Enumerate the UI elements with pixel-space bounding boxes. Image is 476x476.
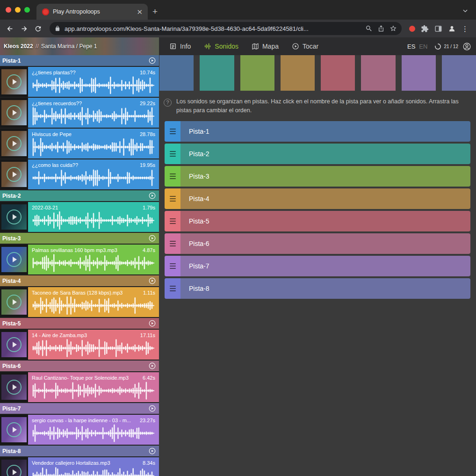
track-header[interactable]: Pista-4 [0,275,159,286]
new-tab-button[interactable]: + [148,7,163,20]
sound-waveform[interactable] [32,424,155,442]
sound-row[interactable]: Hiviscus de Pepe28.78s [0,129,159,159]
reload-icon[interactable] [32,22,44,35]
sound-waveform[interactable] [32,138,155,156]
track-header[interactable]: Pista-7 [0,403,159,414]
browser-tab[interactable]: Play Antropoloops ✕ [36,4,148,20]
extensions-puzzle-icon[interactable] [421,25,429,33]
bookmark-star-icon[interactable] [389,25,397,32]
lang-es[interactable]: ES [407,43,415,50]
account-icon[interactable] [462,42,471,51]
thumbnail-play-icon[interactable] [1,100,27,125]
thumbnail-play-icon[interactable] [1,460,27,476]
sound-row[interactable]: Vendedor callejero Hortalizas.mp38.34s [0,457,159,476]
macos-fullscreen-button[interactable] [24,7,30,13]
tab-search-chevron-icon[interactable] [462,7,476,20]
track-play-button-icon[interactable] [149,277,156,284]
track-header[interactable]: Pista-6 [0,361,159,371]
track-header[interactable]: Pista-1 [0,55,159,66]
track-color-swatch[interactable] [402,55,436,91]
track-bar[interactable]: Pista-6 [165,233,470,254]
sound-row[interactable]: Palmas sevillanas 160 bpm mp3.mp34.87s [0,245,159,274]
lock-icon[interactable] [54,25,61,32]
thumbnail-play-icon[interactable] [1,162,27,187]
track-color-swatch[interactable] [200,55,234,91]
track-play-button-icon[interactable] [149,320,156,327]
sound-row[interactable]: ¿¿tienes recuerdos??29.22s [0,98,159,128]
thumbnail-play-icon[interactable] [1,332,27,357]
track-color-swatch[interactable] [361,55,395,91]
sound-row[interactable]: ¿¿tienes plantas??10.74s [0,67,159,97]
tab-info[interactable]: Info [169,43,191,50]
track-color-swatch[interactable] [321,55,355,91]
drag-handle-icon[interactable] [165,188,180,209]
sound-row[interactable]: Taconeo de Sara Baras (128 kbps).mp31.11… [0,287,159,317]
track-play-button-icon[interactable] [149,447,156,454]
url-text[interactable]: app.antropoloops.com/Kleos-Santa-Marina/… [65,25,361,32]
sound-waveform[interactable] [32,296,155,315]
sound-waveform[interactable] [32,169,155,187]
sound-waveform[interactable] [32,382,155,400]
sound-waveform[interactable] [32,107,155,125]
track-header[interactable]: Pista-8 [0,446,159,456]
thumbnail-play-icon[interactable] [1,417,27,442]
drag-handle-icon[interactable] [165,211,180,231]
sound-waveform[interactable] [32,76,155,94]
tab-tocar[interactable]: Tocar [292,43,318,50]
thumbnail-play-icon[interactable] [1,204,27,230]
sound-row[interactable]: ¿¿como las cuida??19.95s [0,159,159,189]
track-bar[interactable]: Pista-5 [165,211,470,231]
macos-close-button[interactable] [6,7,11,13]
sound-waveform[interactable] [32,211,155,230]
sound-waveform[interactable] [32,339,155,357]
thumbnail-play-icon[interactable] [1,131,27,156]
breadcrumb-project-link[interactable]: Kleos 2022 [4,43,33,50]
help-question-icon[interactable]: ? [164,99,172,107]
thumbnail-play-icon[interactable] [1,69,27,94]
tab-close-icon[interactable]: ✕ [135,8,144,15]
lang-en[interactable]: EN [419,43,427,50]
drag-handle-icon[interactable] [165,144,180,164]
track-header[interactable]: Pista-2 [0,190,159,201]
track-bar[interactable]: Pista-8 [165,278,470,299]
track-bar[interactable]: Pista-1 [165,121,470,142]
drag-handle-icon[interactable] [165,278,180,299]
browser-menu-kebab-icon[interactable]: ⋮ [462,25,469,32]
track-play-button-icon[interactable] [149,57,156,64]
track-play-button-icon[interactable] [149,405,156,412]
back-icon[interactable] [4,22,16,35]
track-play-button-icon[interactable] [149,235,156,242]
breadcrumb-session-link[interactable]: Santa Marina / Pepe 1 [41,43,97,50]
tab-sonidos[interactable]: Sonidos [204,43,238,50]
sound-row[interactable]: sergio cuevas - la harpe indienne - 03 -… [0,415,159,445]
sound-waveform[interactable] [32,467,155,476]
track-bar[interactable]: Pista-2 [165,144,470,164]
thumbnail-play-icon[interactable] [1,289,27,315]
track-color-swatch[interactable] [240,55,274,91]
track-play-button-icon[interactable] [149,192,156,199]
thumbnail-play-icon[interactable] [1,247,27,272]
drag-handle-icon[interactable] [165,121,180,142]
track-bar[interactable]: Pista-7 [165,256,470,276]
sound-row[interactable]: 2022-03-211.79s [0,202,159,232]
sound-waveform[interactable] [32,254,155,272]
macos-minimize-button[interactable] [15,7,21,13]
drag-handle-icon[interactable] [165,233,180,254]
tab-mapa[interactable]: Mapa [252,43,279,50]
track-color-swatch[interactable] [442,55,476,91]
drag-handle-icon[interactable] [165,256,180,276]
zoom-icon[interactable] [365,25,373,32]
profile-avatar-icon[interactable] [448,25,456,33]
track-bar[interactable]: Pista-3 [165,166,470,187]
recording-extension-icon[interactable] [409,26,415,32]
drag-handle-icon[interactable] [165,166,180,187]
track-color-swatch[interactable] [281,55,315,91]
track-color-swatch[interactable] [159,55,194,91]
share-icon[interactable] [377,25,385,32]
track-header[interactable]: Pista-5 [0,318,159,329]
sound-row[interactable]: Raul Cantizano- Toque por Solenoide.mp36… [0,372,159,402]
track-bar[interactable]: Pista-4 [165,188,470,209]
track-play-button-icon[interactable] [149,362,156,369]
sound-row[interactable]: 14 - Aire de Zamba.mp317.11s [0,330,159,360]
thumbnail-play-icon[interactable] [1,375,27,400]
